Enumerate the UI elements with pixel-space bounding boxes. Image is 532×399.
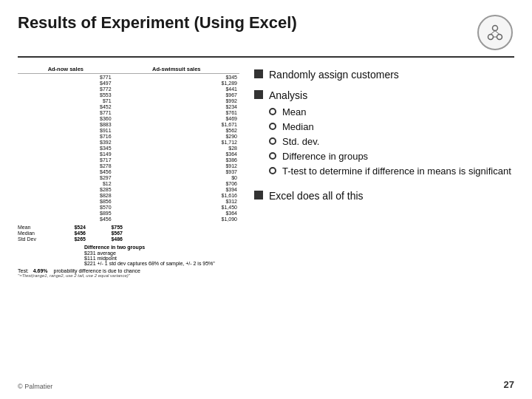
ttest-row: Test: 4.69% probability difference is du… [18, 268, 239, 273]
table-row: $716$290 [18, 133, 239, 139]
diff-val-2: $111 [84, 256, 96, 261]
bullets-area: Randomly assign customers Analysis Mean … [247, 65, 514, 373]
svg-line-3 [491, 31, 495, 35]
table-row: $392$1,712 [18, 139, 239, 145]
table-row: $828$1,616 [18, 192, 239, 198]
diff-row-1: $231 average [84, 250, 239, 256]
bullet-2: Analysis [254, 89, 514, 102]
table-row: $895$364 [18, 210, 239, 216]
table-row: $278$912 [18, 163, 239, 168]
bullet-2-icon [254, 90, 263, 99]
sub-bullet-2-icon [269, 123, 276, 130]
bullet-2-text: Analysis [269, 89, 307, 102]
page-number: 27 [504, 379, 514, 390]
stddev-label: Std Dev [18, 236, 49, 242]
table-row: $570$1,450 [18, 204, 239, 210]
table-row: $452$234 [18, 103, 239, 109]
median-val2: $567 [86, 231, 123, 236]
table-row: $12$706 [18, 180, 239, 186]
logo-area [476, 13, 514, 52]
table-row: $456$937 [18, 168, 239, 174]
sub-bullet-1-icon [269, 108, 276, 115]
svg-point-1 [488, 35, 494, 40]
bullet-3-text: Excel does all of this [269, 189, 364, 202]
sub-bullet-1: Mean [269, 106, 514, 119]
stats-row-median: Median $456 $567 [18, 231, 239, 236]
ttest-formula: "=Ttest(range1, range2, use 2 tail, use … [18, 273, 239, 278]
sub-bullet-5-text: T-test to determine if difference in mea… [282, 166, 511, 178]
table-row: $717$386 [18, 157, 239, 163]
sub-bullets: Mean Median Std. dev. Difference in grou… [269, 106, 514, 180]
table-row: $345$28 [18, 145, 239, 151]
bullet-1: Randomly assign customers [254, 68, 514, 81]
sub-bullet-2-text: Median [282, 121, 314, 134]
stats-row-mean: Mean $524 $755 [18, 225, 239, 230]
spreadsheet-area: Ad-now sales Ad-swimsuit sales $771$345$… [18, 65, 239, 373]
stats-section: Mean $524 $755 Median $456 $567 Std Dev … [18, 225, 239, 242]
mean-label: Mean [18, 225, 49, 230]
footer: © Palmatier 27 [18, 376, 514, 390]
diff-row-2: $111 midpoint [84, 256, 239, 261]
diff-label-1: average [98, 250, 116, 256]
table-row: $856$312 [18, 198, 239, 204]
table-row: $297$0 [18, 174, 239, 180]
sub-bullet-3-text: Std. dev. [282, 136, 319, 149]
col-header-1: Ad-now sales [18, 65, 114, 74]
col-header-2: Ad-swimsuit sales [114, 65, 239, 74]
table-row: $772$441 [18, 86, 239, 92]
sub-bullet-3-icon [269, 137, 276, 145]
stddev-val2: $486 [86, 236, 123, 242]
ttest-section: Test: 4.69% probability difference is du… [18, 268, 239, 278]
ttest-label: Test: [18, 268, 29, 273]
table-row: $771$761 [18, 109, 239, 115]
ttest-value: 4.69% [33, 268, 48, 273]
median-label: Median [18, 231, 49, 236]
logo-svg [483, 21, 507, 44]
svg-point-2 [497, 35, 502, 40]
page-title: Results of Experiment (Using Excel) [18, 13, 297, 33]
bullet-3-icon [254, 191, 263, 200]
sub-bullet-1-text: Mean [282, 106, 307, 119]
sub-bullet-5: T-test to determine if difference in mea… [269, 166, 514, 178]
diff-header: Difference in two groups [84, 245, 239, 250]
bullet-3: Excel does all of this [254, 189, 514, 202]
mean-val2: $755 [86, 225, 123, 230]
sub-bullet-4-icon [269, 152, 276, 160]
svg-line-4 [495, 31, 499, 35]
footer-copyright: © Palmatier [18, 383, 52, 390]
sub-bullet-4: Difference in groups [269, 151, 514, 163]
table-row: $71$992 [18, 98, 239, 103]
diff-row-3: $221 +/- 1 std dev captures 68% of sampl… [84, 261, 239, 266]
bullet-1-text: Randomly assign customers [269, 68, 399, 81]
diff-val-1: $231 [84, 250, 96, 256]
sub-bullet-4-text: Difference in groups [282, 151, 368, 163]
stats-row-stddev: Std Dev $265 $486 [18, 236, 239, 242]
table-row: $553$967 [18, 92, 239, 98]
header-divider [18, 56, 514, 58]
table-row: $149$364 [18, 151, 239, 157]
table-row: $456$1,090 [18, 216, 239, 222]
sub-bullet-5-icon [269, 167, 276, 174]
mean-val1: $524 [49, 225, 86, 230]
diff-val-3: $221 [84, 261, 96, 266]
bullet-1-icon [254, 69, 263, 78]
diff-label-3: +/- 1 std dev captures 68% of sample, +/… [98, 261, 215, 266]
ttest-desc: probability difference is due to chance [54, 268, 140, 273]
sub-bullet-2: Median [269, 121, 514, 134]
diff-section: Difference in two groups $231 average $1… [84, 245, 239, 266]
sub-bullet-3: Std. dev. [269, 136, 514, 149]
table-row: $911$562 [18, 127, 239, 133]
diff-label-2: midpoint [98, 256, 117, 261]
table-row: $360$469 [18, 115, 239, 121]
median-val1: $456 [49, 231, 86, 236]
table-row: $883$1,671 [18, 121, 239, 127]
logo-icon [477, 15, 513, 50]
svg-point-0 [493, 26, 498, 31]
data-table: Ad-now sales Ad-swimsuit sales $771$345$… [18, 65, 239, 222]
stddev-val1: $265 [49, 236, 86, 242]
table-row: $771$345 [18, 74, 239, 81]
table-row: $285$394 [18, 186, 239, 192]
table-row: $497$1,289 [18, 80, 239, 86]
